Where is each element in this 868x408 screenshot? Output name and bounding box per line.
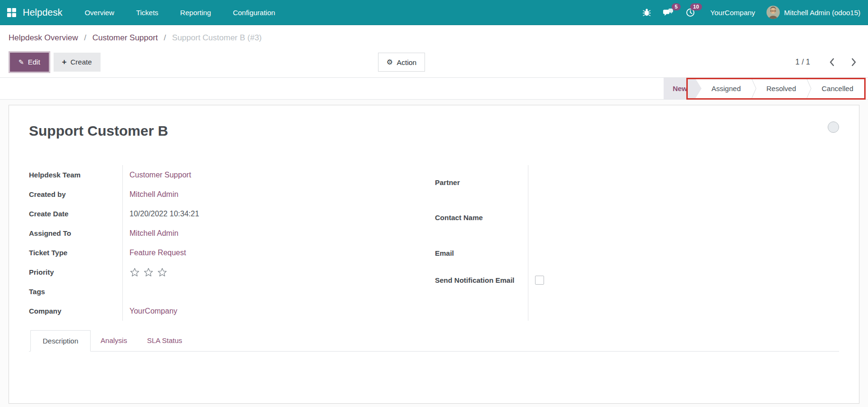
tab-sla-status[interactable]: SLA Status (137, 330, 192, 351)
stage-new[interactable]: New (664, 78, 702, 99)
star-empty-icon[interactable] (143, 267, 154, 278)
stage-resolved[interactable]: Resolved (757, 78, 806, 99)
tags-value-empty[interactable] (123, 282, 433, 301)
field-row-partner: Partner (435, 165, 839, 200)
top-navbar: Helpdesk Overview Tickets Reporting Conf… (0, 0, 868, 25)
create-button[interactable]: + Create (54, 53, 101, 72)
field-label-send-notification-email: Send Notification Email (435, 271, 528, 321)
apps-grid-icon (7, 8, 17, 18)
field-row-send-notification-email: Send Notification Email (435, 271, 839, 321)
field-label-created-by: Created by (29, 185, 123, 204)
field-row-created-by: Created by Mitchell Admin (29, 185, 433, 204)
field-group-right: Partner Contact Name Email Send Notifica… (435, 165, 839, 321)
app-name[interactable]: Helpdesk (23, 7, 62, 18)
form-view-background: Support Customer B Helpdesk Team Custome… (0, 100, 868, 407)
field-label-partner: Partner (435, 165, 528, 200)
bug-icon (643, 8, 651, 17)
stage-separator-icon (806, 78, 812, 99)
field-label-ticket-type: Ticket Type (29, 243, 123, 262)
priority-stars (129, 267, 433, 278)
helpdesk-team-link[interactable]: Customer Support (129, 171, 191, 179)
edit-button[interactable]: ✎ Edit (10, 53, 49, 72)
field-row-create-date: Create Date 10/20/2022 10:34:21 (29, 204, 433, 223)
pencil-icon: ✎ (18, 58, 24, 66)
field-row-assigned-to: Assigned To Mitchell Admin (29, 223, 433, 243)
star-empty-icon[interactable] (157, 267, 167, 278)
pager-next-button[interactable] (849, 56, 859, 68)
plus-icon: + (62, 57, 67, 67)
create-button-label: Create (71, 58, 92, 66)
notebook: Description Analysis SLA Status (29, 330, 839, 352)
tab-analysis[interactable]: Analysis (91, 330, 137, 351)
menu-item-overview[interactable]: Overview (74, 0, 125, 25)
menu-item-configuration[interactable]: Configuration (222, 0, 286, 25)
field-row-tags: Tags (29, 282, 433, 301)
chat-icon (663, 8, 674, 17)
edit-button-label: Edit (28, 58, 40, 66)
field-label-company: Company (29, 301, 123, 321)
breadcrumb-helpdesk-overview[interactable]: Helpdesk Overview (9, 33, 78, 42)
assigned-to-link[interactable]: Mitchell Admin (129, 229, 178, 237)
field-row-email: Email (435, 236, 839, 271)
activities-button[interactable]: 10 (680, 0, 701, 25)
field-label-helpdesk-team: Helpdesk Team (29, 165, 123, 185)
navbar-systray: 5 10 YourCompany Mitchell Admin (o (637, 0, 860, 25)
gear-icon: ⚙ (387, 58, 393, 66)
messages-button[interactable]: 5 (657, 0, 680, 25)
breadcrumb-separator: / (164, 33, 166, 42)
breadcrumb-current: Support Customer B (#3) (172, 33, 262, 42)
field-label-contact-name: Contact Name (435, 200, 528, 235)
pager-value[interactable]: 1 / 1 (795, 58, 810, 66)
activities-count-badge: 10 (690, 3, 702, 10)
company-switcher[interactable]: YourCompany (711, 9, 756, 17)
field-row-helpdesk-team: Helpdesk Team Customer Support (29, 165, 433, 185)
kanban-state-circle[interactable] (828, 121, 839, 133)
field-row-ticket-type: Ticket Type Feature Request (29, 243, 433, 262)
chevron-left-icon (829, 58, 834, 66)
tab-description[interactable]: Description (30, 330, 91, 352)
ticket-title: Support Customer B (29, 122, 839, 139)
control-panel: ✎ Edit + Create ⚙ Action 1 / 1 (0, 46, 868, 78)
menu-item-reporting[interactable]: Reporting (169, 0, 222, 25)
user-avatar (766, 6, 780, 19)
field-label-priority: Priority (29, 262, 123, 282)
field-label-tags: Tags (29, 282, 123, 301)
field-label-assigned-to: Assigned To (29, 223, 123, 243)
statusbar: New Assigned Resolved Cancelled (0, 78, 868, 100)
breadcrumb-customer-support[interactable]: Customer Support (92, 33, 158, 42)
star-empty-icon[interactable] (129, 267, 140, 278)
contact-name-value-empty[interactable] (528, 200, 839, 235)
ticket-type-link[interactable]: Feature Request (129, 249, 186, 257)
pager: 1 / 1 (795, 56, 859, 68)
debug-mode-button[interactable] (637, 0, 657, 25)
partner-value-empty[interactable] (528, 165, 839, 200)
field-label-email: Email (435, 236, 528, 271)
main-menu: Overview Tickets Reporting Configuration (74, 0, 286, 25)
field-label-create-date: Create Date (29, 204, 123, 223)
field-groups: Helpdesk Team Customer Support Created b… (29, 165, 839, 321)
stage-cancelled[interactable]: Cancelled (812, 78, 863, 99)
email-value-empty[interactable] (528, 236, 839, 271)
pager-previous-button[interactable] (826, 56, 837, 68)
field-row-contact-name: Contact Name (435, 200, 839, 235)
field-row-company: Company YourCompany (29, 301, 433, 321)
field-row-priority: Priority (29, 262, 433, 282)
action-button-label: Action (397, 58, 416, 66)
user-name: Mitchell Admin (odoo15) (784, 9, 860, 17)
field-group-left: Helpdesk Team Customer Support Created b… (29, 165, 433, 321)
chevron-right-icon (851, 58, 857, 66)
created-by-link[interactable]: Mitchell Admin (129, 190, 178, 198)
user-menu[interactable]: Mitchell Admin (odoo15) (766, 6, 860, 19)
menu-item-tickets[interactable]: Tickets (125, 0, 169, 25)
form-sheet: Support Customer B Helpdesk Team Custome… (9, 105, 859, 404)
notebook-tabs: Description Analysis SLA Status (29, 330, 839, 352)
breadcrumb-separator: / (84, 33, 86, 42)
company-link[interactable]: YourCompany (129, 307, 177, 315)
send-notification-email-checkbox[interactable] (535, 276, 544, 285)
breadcrumb: Helpdesk Overview / Customer Support / S… (0, 25, 868, 46)
stage-assigned[interactable]: Assigned (702, 78, 751, 99)
action-menu-button[interactable]: ⚙ Action (378, 53, 425, 72)
apps-menu-button[interactable] (7, 8, 17, 18)
stage-separator-icon (751, 78, 757, 99)
create-date-value: 10/20/2022 10:34:21 (123, 204, 433, 223)
